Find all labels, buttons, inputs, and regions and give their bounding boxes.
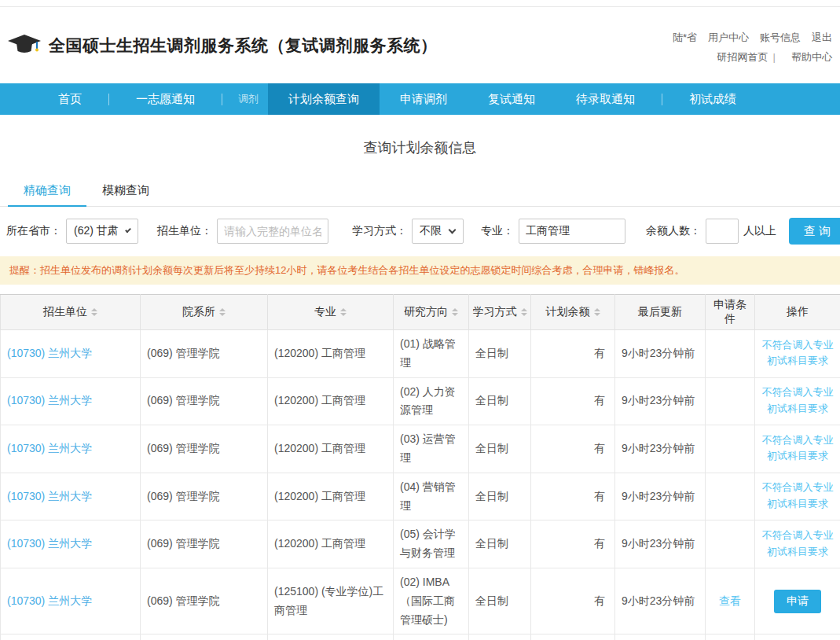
dept-cell: (069) 管理学院 [141,634,268,640]
nav-plan-balance-query[interactable]: 计划余额查询 [268,83,380,115]
table-body: (10730) 兰州大学(069) 管理学院(120200) 工商管理(01) … [1,330,840,640]
province-select[interactable]: (62) 甘肃 [66,219,138,244]
updated-cell: 9小时23分钟前 [615,634,706,640]
action-cell: 申请 [755,634,840,640]
major-cell: (120200) 工商管理 [268,520,394,568]
top-divider [0,0,840,7]
quota-cell: 有 [531,568,615,634]
nav-first-choice-notice[interactable]: 一志愿通知 [116,83,215,115]
condition-cell [706,473,755,520]
col-updated-label: 最后更新 [638,305,682,318]
col-major[interactable]: 专业 [268,295,394,330]
unit-cell: (10730) 兰州大学 [1,634,141,640]
unit-link[interactable]: (10730) 兰州大学 [7,594,92,607]
account-info-link[interactable]: 账号信息 [760,31,801,43]
nav-separator [222,94,222,105]
study-mode-cell: 非全日制 [469,634,531,640]
major-cell: (120200) 工商管理 [268,473,394,520]
nav-initial-score[interactable]: 初试成绩 [669,83,757,115]
col-direction[interactable]: 研究方向 [394,295,469,330]
tab-fuzzy-query[interactable]: 模糊查询 [86,176,165,207]
study-mode-select[interactable]: 不限 [412,219,464,244]
col-dept[interactable]: 院系所 [141,295,268,330]
dept-cell: (069) 管理学院 [141,377,268,425]
sort-up-arrow [340,305,347,311]
view-condition-link[interactable]: 查看 [719,594,741,607]
col-quota[interactable]: 计划余额 [531,295,615,330]
direction-cell: (05) 会计学与财务管理 [394,520,469,568]
quota-cell: 有 [531,425,615,473]
col-action: 操作 [755,295,840,330]
nav-retest-notice[interactable]: 复试通知 [468,83,556,115]
dept-cell: (069) 管理学院 [141,568,268,634]
unit-link[interactable]: (10730) 兰州大学 [7,347,92,359]
sort-icon [452,305,458,319]
unit-link[interactable]: (10730) 兰州大学 [7,394,92,406]
unit-link[interactable]: (10730) 兰州大学 [7,490,92,502]
unit-link[interactable]: (10730) 兰州大学 [7,442,92,454]
unit-cell: (10730) 兰州大学 [1,425,141,473]
nav-apply-tiaoji[interactable]: 申请调剂 [380,83,468,115]
unit-cell: (10730) 兰州大学 [1,568,141,634]
action-cell: 申请 [755,568,840,634]
sort-up-arrow [594,305,600,311]
direction-cell: (04) 营销管理 [394,473,469,520]
col-unit-label: 招生单位 [43,305,87,318]
nav-tiaoji[interactable]: 调剂 [229,83,268,115]
study-mode-cell: 全日制 [469,330,531,378]
direction-cell: (02) 人力资源管理 [394,377,469,425]
col-study-mode-label: 学习方式 [473,305,517,318]
quota-suffix: 人以上 [743,224,776,238]
tab-exact-query[interactable]: 精确查询 [8,176,86,207]
apply-button[interactable]: 申请 [774,590,821,613]
header-user-row: 陆*省用户中心账号信息退出 [673,28,832,47]
quota-input[interactable] [706,219,739,244]
user-center-link[interactable]: 用户中心 [708,31,749,43]
unit-cell: (10730) 兰州大学 [1,520,141,568]
yanzhao-home-link[interactable]: 研招网首页 [717,51,768,63]
chevron-down-icon [125,227,131,234]
site-title: 全国硕士生招生调剂服务系统（复试调剂服务系统） [49,35,438,57]
not-eligible-text: 不符合调入专业初试科目要求 [761,337,834,370]
updated-cell: 9小时23分钟前 [615,473,706,520]
col-dept-label: 院系所 [182,305,215,318]
col-action-label: 操作 [787,305,809,318]
action-cell: 不符合调入专业初试科目要求 [755,330,840,378]
nav-home[interactable]: 首页 [38,83,102,115]
major-cell: (120200) 工商管理 [268,377,394,425]
col-study-mode[interactable]: 学习方式 [469,295,531,330]
col-unit[interactable]: 招生单位 [1,295,141,330]
not-eligible-text: 不符合调入专业初试科目要求 [761,528,834,561]
quota-cell: 有 [531,520,615,568]
not-eligible-text: 不符合调入专业初试科目要求 [761,384,834,417]
table-row: (10730) 兰州大学(069) 管理学院(120200) 工商管理(03) … [1,425,840,473]
updated-cell: 9小时23分钟前 [615,520,706,568]
unit-link[interactable]: (10730) 兰州大学 [7,537,92,550]
condition-cell [706,330,755,378]
sort-icon [91,305,97,319]
unit-input[interactable] [217,219,328,244]
sort-icon [594,305,600,319]
dept-cell: (069) 管理学院 [141,520,268,568]
quota-cell: 有 [531,473,615,520]
study-mode-label: 学习方式： [352,224,407,238]
search-button[interactable]: 查 询 [789,218,840,245]
province-label: 所在省市： [6,224,61,238]
page-title: 查询计划余额信息 [0,138,840,157]
sort-down-arrow [91,313,97,319]
major-input[interactable] [519,219,625,244]
sort-up-arrow [452,305,458,311]
study-mode-select-value: 不限 [420,224,442,238]
logout-link[interactable]: 退出 [812,31,832,43]
site-header: 全国硕士生招生调剂服务系统（复试调剂服务系统） 陆*省用户中心账号信息退出 研招… [0,7,840,83]
quota-cell: 有 [531,330,615,378]
help-center-link[interactable]: 帮助中心 [791,51,832,63]
table-row: (10730) 兰州大学(069) 管理学院(125100) (专业学位)工商管… [1,568,840,634]
chevron-down-icon [449,226,457,234]
header-links: 陆*省用户中心账号信息退出 研招网首页|帮助中心 [673,24,832,67]
col-updated: 最后更新 [615,295,706,330]
dept-cell: (069) 管理学院 [141,473,268,520]
sort-up-arrow [521,305,527,311]
major-cell: (125100) (专业学位)工商管理 [268,634,394,640]
nav-pending-admission-notice[interactable]: 待录取通知 [556,83,655,115]
